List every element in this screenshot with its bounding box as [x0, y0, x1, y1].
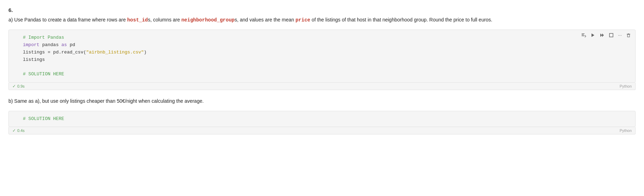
keyword-neighborhood-group: neighborhood_group [181, 17, 235, 23]
code-line-import: import pandas as pd [23, 42, 630, 49]
code-line-listings: listings [23, 56, 630, 64]
code-block-b[interactable]: # SOLUTION HERE [8, 111, 636, 127]
toolbar-run-all-btn[interactable] [599, 32, 606, 38]
keyword-price: price [296, 17, 310, 23]
cell-status-a: ✓ 0.9s [12, 84, 25, 89]
check-icon: ✓ [12, 84, 16, 89]
svg-marker-5 [602, 33, 604, 37]
code-line-blank [23, 64, 630, 71]
svg-rect-7 [627, 34, 630, 37]
cell-lang-b: Python [620, 128, 632, 133]
question-part-b: b) Same as a), but use only listings che… [8, 97, 636, 105]
part-a-text1: s, columns are [148, 17, 181, 23]
toolbar-delete-btn[interactable] [625, 32, 632, 38]
cell-time-a: 0.9s [17, 84, 25, 88]
svg-rect-0 [582, 33, 584, 34]
svg-rect-1 [582, 34, 584, 35]
cell-footer-a: ✓ 0.9s Python [8, 83, 636, 90]
cell-lang-a: Python [620, 84, 632, 88]
toolbar-stop-btn[interactable] [608, 32, 615, 38]
svg-rect-6 [609, 33, 613, 37]
svg-marker-4 [600, 33, 602, 37]
part-a-text-before: a) Use Pandas to create a data frame whe… [8, 17, 127, 23]
svg-rect-2 [582, 36, 584, 36]
svg-marker-3 [592, 33, 594, 37]
code-line-comment1: # Import Pandas [23, 34, 630, 42]
cell-footer-b: ✓ 0.4s Python [8, 127, 636, 134]
toolbar-run-btn[interactable] [589, 32, 596, 38]
question-part-a: a) Use Pandas to create a data frame whe… [8, 16, 636, 24]
code-cell-a: ··· # Import Pandas import pandas as pd … [8, 30, 636, 90]
cell-toolbar: ··· [580, 32, 632, 38]
code-line-read-csv: listings = pd.read_csv("airbnb_listings.… [23, 49, 630, 56]
check-icon-b: ✓ [12, 128, 16, 133]
code-cell-b: # SOLUTION HERE ✓ 0.4s Python [8, 111, 636, 135]
toolbar-format-btn[interactable] [580, 32, 587, 38]
cell-time-b: 0.4s [17, 128, 25, 133]
code-block-a[interactable]: # Import Pandas import pandas as pd list… [8, 30, 636, 83]
toolbar-more-btn[interactable]: ··· [617, 32, 623, 38]
cell-status-b: ✓ 0.4s [12, 128, 25, 133]
part-a-text3: of the listings of that host in that nei… [310, 17, 493, 23]
part-a-text2: s, and values are the mean [235, 17, 296, 23]
code-line-solution-b: # SOLUTION HERE [23, 115, 630, 123]
question-number: 6. [8, 7, 636, 13]
keyword-host-id: host_id [127, 17, 148, 23]
code-line-solution-a: # SOLUTION HERE [23, 71, 630, 78]
